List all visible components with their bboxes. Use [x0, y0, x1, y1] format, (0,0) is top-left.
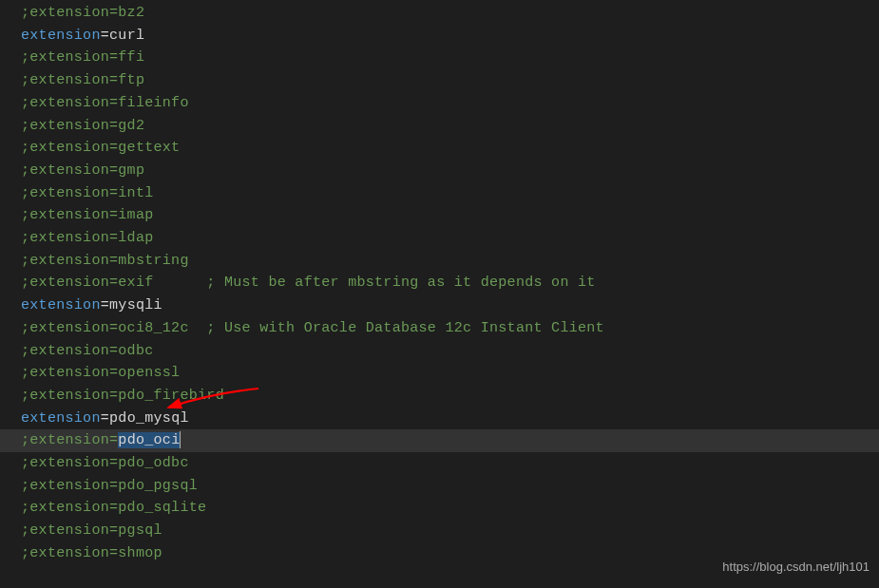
code-line[interactable]: ;extension=odbc	[21, 340, 879, 363]
code-editor[interactable]: ;extension=bz2extension=curl;extension=f…	[21, 2, 879, 565]
code-line[interactable]: ;extension=imap	[21, 204, 879, 227]
ini-value: curl	[109, 28, 144, 44]
comment-text: ;extension=openssl	[21, 365, 180, 381]
watermark-text: https://blog.csdn.net/ljh101	[722, 556, 869, 579]
selected-text: pdo_oci	[118, 432, 180, 448]
comment-text: ;extension=imap	[21, 207, 154, 223]
code-line[interactable]: ;extension=gettext	[21, 137, 879, 160]
code-line[interactable]: extension=mysqli	[21, 294, 879, 317]
equals-sign: =	[101, 297, 109, 313]
comment-text: ;extension=shmop	[21, 545, 162, 561]
comment-text: ;extension=odbc	[21, 343, 154, 359]
ini-key: extension	[21, 28, 101, 44]
code-line[interactable]: ;extension=pdo_oci	[0, 429, 879, 452]
code-line[interactable]: ;extension=ftp	[21, 69, 879, 92]
code-line[interactable]: ;extension=pdo_odbc	[21, 452, 879, 475]
comment-text: ;extension=ldap	[21, 230, 154, 246]
code-line[interactable]: ;extension=ffi	[21, 47, 879, 69]
comment-text: ;extension=gettext	[21, 140, 180, 156]
ini-key: extension	[21, 410, 101, 427]
comment-text: ;extension=ftp	[21, 72, 144, 88]
comment-text: ;extension=bz2	[21, 5, 144, 21]
equals-sign: =	[101, 410, 109, 427]
code-line[interactable]: ;extension=intl	[21, 182, 879, 205]
code-line[interactable]: ;extension=ldap	[21, 227, 879, 250]
comment-text: ;extension=intl	[21, 185, 154, 201]
ini-key: extension	[21, 297, 101, 313]
comment-text: ;extension=mbstring	[21, 253, 189, 269]
comment-text: ;extension=pdo_firebird	[21, 388, 224, 404]
equals-sign: =	[101, 28, 109, 44]
comment-text: ;extension=pgsql	[21, 522, 162, 539]
text-cursor	[180, 431, 181, 448]
code-line[interactable]: ;extension=gd2	[21, 115, 879, 138]
code-line[interactable]: ;extension=pdo_pgsql	[21, 475, 879, 498]
code-line[interactable]: ;extension=gmp	[21, 160, 879, 182]
code-line[interactable]: ;extension=fileinfo	[21, 92, 879, 115]
comment-text: ;extension=pdo_odbc	[21, 455, 189, 471]
code-line[interactable]: ;extension=pdo_sqlite	[21, 497, 879, 520]
code-line[interactable]: ;extension=oci8_12c ; Use with Oracle Da…	[21, 317, 879, 340]
code-line[interactable]: ;extension=bz2	[21, 2, 879, 25]
code-line[interactable]: extension=pdo_mysql	[21, 408, 879, 430]
comment-text: ;extension=gd2	[21, 118, 144, 134]
code-line[interactable]: ;extension=exif ; Must be after mbstring…	[21, 272, 879, 294]
comment-text: ;extension=oci8_12c ; Use with Oracle Da…	[21, 320, 604, 336]
comment-text: ;extension=ffi	[21, 49, 144, 66]
code-line[interactable]: ;extension=pgsql	[21, 520, 879, 542]
ini-value: pdo_mysql	[109, 410, 189, 427]
comment-text: ;extension=exif ; Must be after mbstring…	[21, 275, 596, 291]
code-line[interactable]: extension=curl	[21, 25, 879, 47]
code-line[interactable]: ;extension=pdo_firebird	[21, 385, 879, 408]
comment-text: ;extension=gmp	[21, 162, 144, 179]
comment-text: ;extension=pdo_pgsql	[21, 478, 198, 494]
comment-text: ;extension=fileinfo	[21, 95, 189, 111]
comment-text: ;extension=pdo_sqlite	[21, 500, 206, 516]
code-line[interactable]: ;extension=openssl	[21, 362, 879, 385]
code-line[interactable]: ;extension=mbstring	[21, 250, 879, 273]
ini-value: mysqli	[109, 297, 162, 313]
comment-prefix: ;extension=	[21, 432, 118, 448]
